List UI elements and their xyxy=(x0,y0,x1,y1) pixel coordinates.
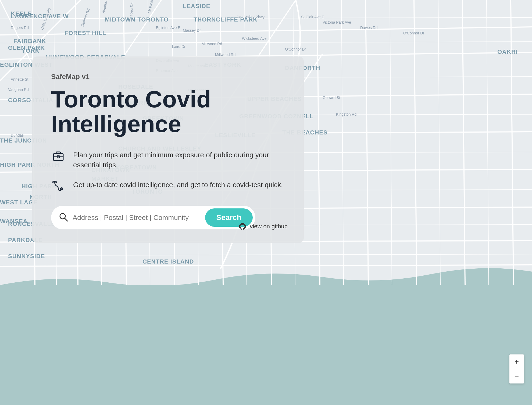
svg-text:O'Connor Dr: O'Connor Dr xyxy=(403,31,424,35)
svg-text:SUNNYSIDE: SUNNYSIDE xyxy=(8,253,45,260)
svg-text:Dundas: Dundas xyxy=(11,133,24,137)
svg-text:WANSEA: WANSEA xyxy=(0,218,28,225)
zoom-in-button[interactable]: + xyxy=(509,354,524,369)
svg-text:LEASIDE: LEASIDE xyxy=(183,3,210,9)
svg-text:CENTRE ISLAND: CENTRE ISLAND xyxy=(142,258,194,265)
github-icon xyxy=(238,222,247,230)
svg-text:Keele: Keele xyxy=(11,10,32,17)
search-icon xyxy=(59,212,68,223)
svg-text:Millwood Rd: Millwood Rd xyxy=(215,52,235,57)
zoom-controls: + − xyxy=(509,354,524,383)
svg-text:Kingston Rd: Kingston Rd xyxy=(336,112,356,116)
svg-text:O'Connor Dr: O'Connor Dr xyxy=(285,47,306,51)
svg-text:Wicksteed Ave: Wicksteed Ave xyxy=(242,36,267,41)
github-label: view on github xyxy=(250,223,288,230)
svg-point-115 xyxy=(53,181,54,183)
svg-point-116 xyxy=(55,181,56,183)
feature-list: Plan your trips and get minimum exposure… xyxy=(51,148,285,193)
zoom-out-button[interactable]: − xyxy=(509,369,524,383)
svg-text:MIDTOWN TORONTO: MIDTOWN TORONTO xyxy=(105,16,169,23)
svg-text:Millwood Rd: Millwood Rd xyxy=(202,42,222,46)
feature-item-covid: Get up-to date covid intelligence, and g… xyxy=(51,178,285,193)
svg-text:Massey Dr: Massey Dr xyxy=(183,28,201,33)
svg-text:Don Valley Pkwy: Don Valley Pkwy xyxy=(237,15,265,19)
feature-item-trips: Plan your trips and get minimum exposure… xyxy=(51,148,285,170)
github-link[interactable]: view on github xyxy=(238,222,288,230)
svg-text:Vaughan Rd: Vaughan Rd xyxy=(8,87,29,92)
search-bar: Search xyxy=(51,206,255,229)
svg-text:Annette St: Annette St xyxy=(11,77,28,81)
svg-text:Laird Dr: Laird Dr xyxy=(172,44,185,49)
svg-text:WEST LAGE: WEST LAGE xyxy=(0,199,38,206)
svg-text:YORK: YORK xyxy=(22,47,40,54)
briefcase-icon xyxy=(51,148,66,163)
svg-text:Victoria Park Ave: Victoria Park Ave xyxy=(323,20,351,24)
svg-text:Eglinton Ave E: Eglinton Ave E xyxy=(156,26,180,30)
svg-text:Rogers Rd: Rogers Rd xyxy=(11,26,29,30)
overlay-card: SafeMap v1 Toronto Covid Intelligence Pl… xyxy=(32,56,304,243)
main-title: Toronto Covid Intelligence xyxy=(51,87,285,137)
svg-text:Gerrard St: Gerrard St xyxy=(323,95,340,100)
svg-text:FAIRBANK: FAIRBANK xyxy=(13,38,46,44)
svg-text:St Clair Ave E: St Clair Ave E xyxy=(301,15,324,19)
stethoscope-icon xyxy=(51,178,66,193)
search-input[interactable] xyxy=(73,214,201,222)
feature-text-covid: Get up-to date covid intelligence, and g… xyxy=(73,178,283,190)
feature-text-trips: Plan your trips and get minimum exposure… xyxy=(73,148,285,170)
app-version: SafeMap v1 xyxy=(51,73,285,81)
svg-text:FOREST HILL: FOREST HILL xyxy=(65,30,106,36)
svg-text:Dawes Rd: Dawes Rd xyxy=(360,26,378,30)
svg-text:OAKRI: OAKRI xyxy=(497,48,518,55)
svg-line-118 xyxy=(65,218,67,221)
